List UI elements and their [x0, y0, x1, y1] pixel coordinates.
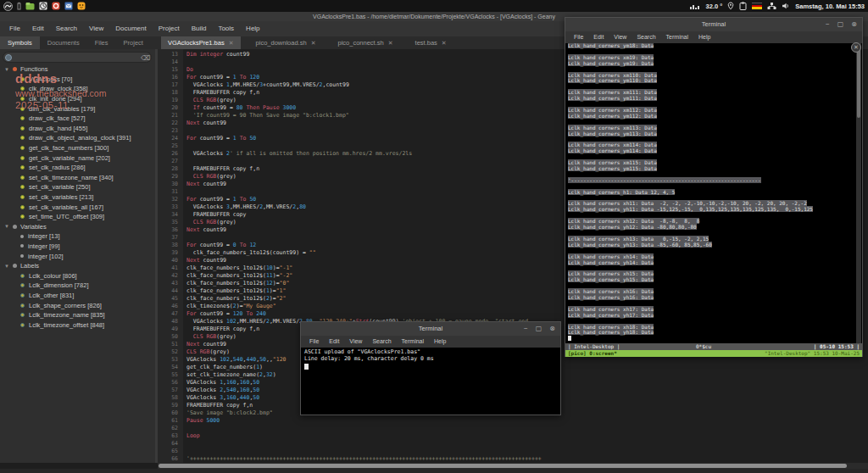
- menu-build[interactable]: Build: [186, 21, 213, 36]
- clipboard-icon[interactable]: [739, 0, 747, 14]
- symbol-item[interactable]: Lclk_shape_corners [826]: [0, 300, 155, 310]
- file-manager-icon[interactable]: [25, 2, 35, 10]
- symbol-group-labels[interactable]: ▼Labels: [0, 261, 155, 271]
- symbol-icon: [20, 254, 24, 258]
- terminal-menu-help[interactable]: Help: [429, 336, 451, 348]
- panel-clock[interactable]: Samstag, 10. Mai 15:53: [795, 3, 865, 10]
- symbol-item[interactable]: Lclk_timezone_name [835]: [0, 310, 155, 320]
- editor-tab-pico_download.sh[interactable]: pico_download.sh✕: [249, 36, 323, 49]
- symbol-item[interactable]: draw_clk_object_analog_clock [391]: [0, 133, 155, 143]
- minimize-icon[interactable]: −: [524, 326, 528, 332]
- symbol-item[interactable]: Lclk_other [831]: [0, 291, 155, 301]
- terminal-output[interactable]: ASCII upload of "VGAclocksPre1.bas"Line …: [301, 348, 560, 415]
- menu-edit[interactable]: Edit: [26, 21, 50, 36]
- symbol-item[interactable]: get_clk_face_numbers [300]: [0, 143, 155, 153]
- menu-tools[interactable]: Tools: [212, 21, 240, 36]
- battery-icon[interactable]: [17, 2, 21, 10]
- symbol-item[interactable]: set_time_UTC_offset [309]: [0, 212, 155, 222]
- close-tab-icon[interactable]: ✕: [229, 36, 234, 49]
- sidebar-tab-documents[interactable]: Documents: [40, 36, 87, 49]
- code-line: Next count99: [186, 341, 226, 348]
- german-flag-icon[interactable]: [752, 3, 762, 9]
- symbol-item[interactable]: clk_init_done [294]: [0, 94, 155, 104]
- symbol-icon: [20, 165, 25, 170]
- symbol-item[interactable]: set_clk_radius [286]: [0, 163, 155, 173]
- expander-icon[interactable]: ▼: [4, 224, 9, 229]
- terminal-menu-view[interactable]: View: [609, 31, 632, 43]
- terminal-menu-help[interactable]: Help: [693, 31, 715, 43]
- terminal-menu-search[interactable]: Search: [632, 31, 660, 43]
- code-line: CLS RGB(grey): [186, 348, 230, 356]
- clock-app-icon[interactable]: [39, 2, 47, 10]
- symbol-item[interactable]: draw_clk_hand [455]: [0, 124, 155, 134]
- symbol-item[interactable]: Lclk_dimension [782]: [0, 281, 155, 291]
- close-tab-icon[interactable]: ✕: [442, 36, 447, 49]
- menu-search[interactable]: Search: [50, 21, 83, 36]
- code-line: FRAMEBUFFER copy f,n: [186, 89, 259, 97]
- menu-help[interactable]: Help: [240, 21, 265, 36]
- symbol-item[interactable]: integer [13]: [0, 231, 155, 242]
- temperature-indicator[interactable]: 32.0 °: [706, 3, 723, 10]
- terminal-menu-view[interactable]: View: [344, 336, 367, 348]
- minimize-icon[interactable]: −: [826, 21, 830, 28]
- network-icon[interactable]: [767, 0, 776, 14]
- symbol-item[interactable]: VGAclocks [70]: [0, 75, 155, 85]
- symbol-item[interactable]: draw_clk_face [527]: [0, 114, 155, 124]
- terminal-menu-search[interactable]: Search: [367, 336, 396, 348]
- maximize-icon[interactable]: ▢: [837, 21, 844, 28]
- symbol-item[interactable]: set_clk_variables_all [167]: [0, 202, 155, 212]
- clear-filter-icon[interactable]: ⌫: [141, 54, 148, 62]
- close-tab-icon[interactable]: ✕: [388, 36, 393, 49]
- symbol-item[interactable]: Lclk_colour [806]: [0, 270, 155, 281]
- terminal-titlebar[interactable]: Terminal − ▢ ⊗: [301, 322, 560, 336]
- scrollbar-thumb[interactable]: [857, 46, 860, 118]
- cpu-graph-icon[interactable]: [689, 0, 701, 14]
- media-app-icon[interactable]: [52, 2, 60, 10]
- close-icon[interactable]: ✕: [851, 42, 861, 53]
- menu-project[interactable]: Project: [153, 21, 186, 36]
- symbol-item[interactable]: integer [102]: [0, 251, 155, 261]
- menu-document[interactable]: Document: [109, 21, 152, 36]
- menu-view[interactable]: View: [83, 21, 109, 36]
- close-icon[interactable]: ⊗: [851, 21, 857, 28]
- editor-hscrollbar[interactable]: [158, 463, 868, 469]
- symbol-item[interactable]: get_clk_variable_name [202]: [0, 153, 155, 163]
- hscrollbar-thumb[interactable]: [159, 464, 847, 468]
- symbol-item[interactable]: set_clk_variable [250]: [0, 182, 155, 192]
- close-tab-icon[interactable]: ✕: [311, 36, 316, 49]
- terminal-menu-terminal[interactable]: Terminal: [661, 31, 693, 43]
- maximize-icon[interactable]: ▢: [536, 326, 542, 332]
- terminal-menu-edit[interactable]: Edit: [324, 336, 344, 348]
- symbol-item[interactable]: clk_draw_clock [358]: [0, 84, 155, 94]
- mail-app-icon[interactable]: [64, 2, 73, 10]
- editor-tab-VGAclocksPre1.bas[interactable]: VGAclocksPre1.bas✕: [161, 36, 241, 49]
- terminal-output[interactable]: Lclk_hand_corners_ym18: Data Lclk_hand_c…: [565, 43, 862, 343]
- sidebar-tab-files[interactable]: Files: [87, 36, 116, 49]
- symbol-group-variables[interactable]: ▼Variables: [0, 222, 155, 232]
- terminal-scrollbar[interactable]: [856, 43, 861, 343]
- symbol-group-functions[interactable]: ▼Functions: [0, 64, 155, 75]
- sidebar-tab-symbols[interactable]: Symbols: [0, 36, 40, 49]
- symbol-item[interactable]: dim_clk_variables [179]: [0, 103, 155, 114]
- volume-icon[interactable]: [782, 0, 790, 14]
- expander-icon[interactable]: ▼: [4, 67, 9, 72]
- sidebar-tab-project[interactable]: Project: [116, 36, 151, 49]
- editor-tab-test.bas[interactable]: test.bas✕: [409, 36, 453, 49]
- location-pin-icon[interactable]: [727, 0, 734, 14]
- terminal-menu-edit[interactable]: Edit: [588, 31, 609, 43]
- symbol-item[interactable]: integer [99]: [0, 242, 155, 252]
- symbol-item[interactable]: Lclk_timezone_offset [848]: [0, 320, 155, 330]
- close-icon[interactable]: ⊗: [549, 326, 555, 332]
- terminal-menu-file[interactable]: File: [304, 336, 324, 348]
- symbol-filter-input[interactable]: ⌫: [3, 52, 152, 63]
- terminal-menu-terminal[interactable]: Terminal: [397, 336, 429, 348]
- menu-file[interactable]: File: [3, 21, 26, 36]
- editor-tab-pico_connect.sh[interactable]: pico_connect.sh✕: [331, 36, 400, 49]
- expander-icon[interactable]: ▼: [4, 264, 9, 269]
- symbol-item[interactable]: set_clk_variables [213]: [0, 192, 155, 203]
- symbol-item[interactable]: set_clk_timezone_name [340]: [0, 173, 155, 183]
- chat-app-icon[interactable]: [77, 2, 86, 10]
- terminal-titlebar[interactable]: Terminal − ▢ ⊗: [565, 18, 862, 31]
- terminal-menu-file[interactable]: File: [569, 31, 588, 43]
- distro-logo-icon[interactable]: [3, 2, 13, 11]
